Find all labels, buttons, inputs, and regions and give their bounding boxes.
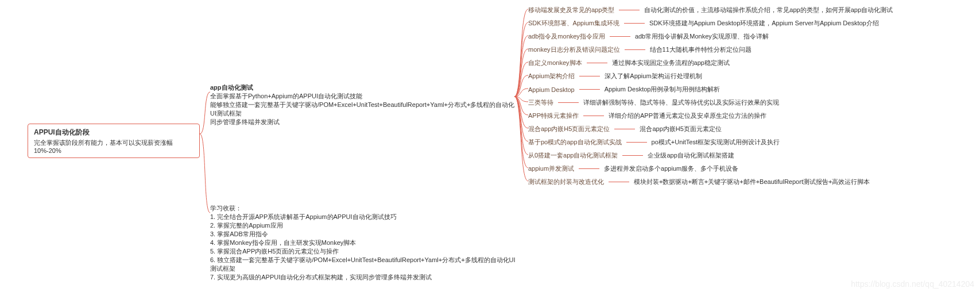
connector-line-icon	[579, 76, 600, 76]
right-row[interactable]: Appium架构介绍深入了解Appium架构运行处理机制	[528, 70, 976, 83]
right-row[interactable]: SDK环境部署、Appium集成环境SDK环境搭建与Appium Desktop…	[528, 17, 976, 30]
right-row[interactable]: 基于po模式的app自动化测试实战po模式+UnitTest框架实现测试用例设计…	[528, 136, 976, 149]
connector-root-mid	[200, 92, 211, 216]
watermark-text: https://blog.csdn.net/qq_40214204	[851, 279, 974, 289]
gains-title: 学习收获：	[210, 204, 520, 213]
gains-item: 7. 实现更为高级的APPUI自动化分布式框架构建，实现同步管理多终端并发测试	[210, 273, 520, 282]
mid-title: app自动化测试	[210, 83, 520, 92]
right-row[interactable]: Appium DesktopAppium Desktop用例录制与用例结构解析	[528, 83, 976, 96]
connector-line-icon	[610, 36, 630, 37]
right-detail: 企业级app自动化测试框架搭建	[648, 151, 734, 160]
right-topic: APP特殊元素操作	[528, 112, 579, 120]
right-detail: 模块封装+数据驱动+断言+关键字驱动+邮件+BeautifulReport测试报…	[634, 178, 870, 186]
right-row[interactable]: 混合app内嵌H5页面元素定位混合app内嵌H5页面元素定位	[528, 122, 976, 136]
gains-node[interactable]: 学习收获： 1. 完全结合开源APP系统讲解基于Appium的APPUI自动化测…	[210, 204, 520, 282]
root-subtitle: 完全掌握该阶段所有能力，基本可以实现薪资涨幅10%-20%	[34, 139, 193, 154]
connector-line-icon	[579, 168, 599, 169]
gains-item: 3. 掌握ADB常用指令	[210, 230, 520, 239]
right-detail: SDK环境搭建与Appium Desktop环境搭建，Appium Server…	[649, 19, 879, 28]
gains-item: 2. 掌握完整的Appium应用	[210, 221, 520, 230]
gains-item: 4. 掌握Monkey指令应用，自主研发实现Monkey脚本	[210, 239, 520, 247]
right-detail: 详细介绍的APP普通元素定位及安卓原生定位方法的操作	[609, 112, 766, 120]
right-detail: po模式+UnitTest框架实现测试用例设计及执行	[652, 138, 780, 147]
connector-line-icon	[558, 102, 579, 103]
connector-line-icon	[609, 182, 629, 182]
right-row[interactable]: 从0搭建一套app自动化测试框架企业级app自动化测试框架搭建	[528, 149, 976, 162]
connector-line-icon	[619, 10, 640, 10]
right-topic: 从0搭建一套app自动化测试框架	[528, 151, 618, 160]
right-topic: 三类等待	[528, 98, 553, 107]
connector-line-icon	[614, 129, 635, 129]
right-detail: 结合11大随机事件特性分析定位问题	[650, 45, 752, 54]
right-topic: adb指令及monkey指令应用	[528, 32, 605, 41]
right-topic: 混合app内嵌H5页面元素定位	[528, 125, 610, 133]
gains-item: 6. 独立搭建一套完整基于关键字驱动/POM+Excel+UnitTest+Be…	[210, 256, 520, 273]
right-row[interactable]: 自定义monkey脚本通过脚本实现固定业务流程的app稳定测试	[528, 56, 976, 70]
right-topic: SDK环境部署、Appium集成环境	[528, 19, 619, 28]
right-detail: 深入了解Appium架构运行处理机制	[605, 72, 702, 80]
connector-line-icon	[587, 63, 607, 63]
right-detail: 多进程并发启动多个appium服务、多个手机设备	[604, 164, 738, 173]
right-row[interactable]: monkey日志分析及错误问题定位结合11大随机事件特性分析定位问题	[528, 43, 976, 56]
right-row[interactable]: appium并发测试多进程并发启动多个appium服务、多个手机设备	[528, 162, 976, 175]
mid-line1: 全面掌握基于Python+Appium的APPUI自动化测试技能	[210, 92, 520, 101]
right-topic: 测试框架的封装与改造优化	[528, 178, 604, 186]
right-topic: Appium架构介绍	[528, 72, 575, 80]
right-detail: adb常用指令讲解及Monkey实现原理、指令详解	[635, 32, 769, 41]
right-topic: 自定义monkey脚本	[528, 59, 582, 67]
connector-line-icon	[579, 89, 600, 90]
right-column: 移动端发展史及常见的app类型自动化测试的价值，主流移动端操作系统介绍，常见ap…	[528, 3, 976, 189]
root-title: APPUI自动化阶段	[34, 128, 193, 137]
right-row[interactable]: 移动端发展史及常见的app类型自动化测试的价值，主流移动端操作系统介绍，常见ap…	[528, 3, 976, 17]
right-detail: 混合app内嵌H5页面元素定位	[640, 125, 721, 133]
right-topic: Appium Desktop	[528, 86, 575, 93]
right-row[interactable]: adb指令及monkey指令应用adb常用指令讲解及Monkey实现原理、指令详…	[528, 30, 976, 43]
root-node[interactable]: APPUI自动化阶段 完全掌握该阶段所有能力，基本可以实现薪资涨幅10%-20%	[28, 124, 200, 158]
right-topic: 移动端发展史及常见的app类型	[528, 6, 614, 14]
connector-line-icon	[624, 23, 645, 24]
connector-line-icon	[583, 116, 604, 116]
right-topic: 基于po模式的app自动化测试实战	[528, 138, 622, 147]
gains-item: 1. 完全结合开源APP系统讲解基于Appium的APPUI自动化测试技巧	[210, 213, 520, 221]
right-topic: appium并发测试	[528, 164, 574, 173]
right-detail: 通过脚本实现固定业务流程的app稳定测试	[612, 59, 730, 67]
connector-line-icon	[622, 155, 643, 156]
mid-node[interactable]: app自动化测试 全面掌握基于Python+Appium的APPUI自动化测试技…	[210, 83, 520, 126]
right-detail: 自动化测试的价值，主流移动端操作系统介绍，常见app的类型，如何开展app自动化…	[644, 6, 893, 14]
right-row[interactable]: 三类等待详细讲解强制等待、隐式等待、显式等待优劣以及实际运行效果的实现	[528, 96, 976, 109]
right-detail: Appium Desktop用例录制与用例结构解析	[605, 85, 721, 94]
mid-line3: 同步管理多终端并发测试	[210, 118, 520, 126]
mid-line2: 能够独立搭建一套完整基于关键字驱动/POM+Excel+UnitTest+Bea…	[210, 101, 520, 118]
connector-line-icon	[625, 49, 645, 50]
connector-line-icon	[626, 142, 647, 143]
right-row[interactable]: 测试框架的封装与改造优化模块封装+数据驱动+断言+关键字驱动+邮件+Beauti…	[528, 175, 976, 189]
right-detail: 详细讲解强制等待、隐式等待、显式等待优劣以及实际运行效果的实现	[583, 98, 779, 107]
right-row[interactable]: APP特殊元素操作详细介绍的APP普通元素定位及安卓原生定位方法的操作	[528, 109, 976, 122]
gains-item: 5. 掌握混合APP内嵌H5页面的元素定位与操作	[210, 247, 520, 256]
right-topic: monkey日志分析及错误问题定位	[528, 45, 620, 54]
